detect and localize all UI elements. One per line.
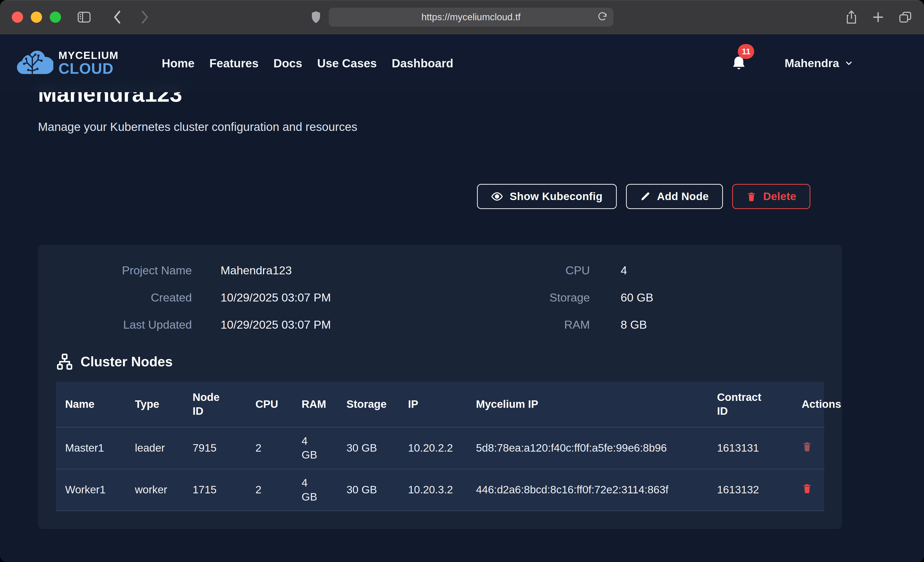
last-updated-value: 10/29/2025 03:07 PM — [192, 318, 462, 332]
project-name-value: Mahendra123 — [192, 264, 462, 277]
col-name: Name — [56, 382, 126, 427]
logo-line1: MYCELIUM — [58, 50, 119, 61]
storage-label: Storage — [462, 291, 590, 304]
site-navbar: MYCELIUM CLOUD Home Features Docs Use Ca… — [0, 34, 924, 92]
storage-value: 60 GB — [590, 291, 824, 304]
reload-icon[interactable] — [597, 12, 608, 22]
node-name: Worker1 — [56, 469, 126, 511]
node-type: leader — [126, 427, 183, 469]
address-bar-area: https://myceliumcloud.tf — [311, 8, 614, 27]
ram-value: 8 GB — [590, 318, 824, 332]
cluster-actions: Show Kubeconfig Add Node Delete — [38, 184, 842, 209]
show-kubeconfig-button[interactable]: Show Kubeconfig — [477, 184, 616, 209]
node-storage: 30 GB — [337, 427, 399, 469]
col-mycelium-ip: Mycelium IP — [467, 382, 708, 427]
nav-item-features[interactable]: Features — [209, 56, 258, 70]
col-actions: Actions — [792, 382, 825, 427]
address-bar[interactable]: https://myceliumcloud.tf — [329, 8, 614, 27]
pencil-icon — [640, 191, 650, 202]
close-window-button[interactable] — [12, 12, 23, 23]
notification-count-badge: 11 — [738, 44, 754, 59]
node-type: worker — [126, 469, 183, 511]
user-menu[interactable]: Mahendra — [784, 57, 854, 70]
trash-icon — [802, 441, 813, 452]
logo-text: MYCELIUM CLOUD — [58, 50, 119, 76]
browser-window: https://myceliumcloud.tf — [0, 0, 924, 562]
logo-line2: CLOUD — [58, 61, 119, 76]
back-button[interactable] — [112, 10, 123, 24]
nav-item-home[interactable]: Home — [162, 56, 195, 70]
delete-node-button[interactable] — [802, 483, 813, 493]
project-name-label: Project Name — [56, 264, 192, 277]
nav-links: Home Features Docs Use Cases Dashboard — [162, 56, 453, 70]
page-subtitle: Manage your Kubernetes cluster configura… — [38, 120, 842, 134]
chevron-down-icon — [844, 59, 854, 68]
mycelium-cloud-logo-icon — [15, 48, 53, 78]
col-ram: RAM — [292, 382, 337, 427]
cluster-nodes-table: Name Type Node ID CPU RAM Storage IP Myc… — [56, 382, 824, 511]
created-label: Created — [56, 291, 192, 304]
node-mycelium-ip: 5d8:78ea:a120:f40c:ff0f:a5fe:99e6:8b96 — [467, 427, 708, 469]
node-contract-id: 1613132 — [708, 469, 792, 511]
privacy-shield-icon[interactable] — [311, 11, 321, 24]
site-page: MYCELIUM CLOUD Home Features Docs Use Ca… — [0, 34, 924, 562]
col-ip: IP — [399, 382, 467, 427]
node-actions — [792, 469, 825, 511]
browser-toolbar: https://myceliumcloud.tf — [0, 0, 924, 34]
table-header-row: Name Type Node ID CPU RAM Storage IP Myc… — [56, 382, 825, 427]
table-row: Worker1 worker 1715 2 4 GB 30 GB 10.20.3… — [56, 469, 825, 511]
table-row: Master1 leader 7915 2 4 GB 30 GB 10.20.2… — [56, 427, 825, 469]
delete-node-button[interactable] — [802, 441, 813, 452]
notifications-button[interactable]: 11 — [731, 55, 747, 71]
col-contract-id: Contract ID — [708, 382, 792, 427]
node-cpu: 2 — [246, 469, 292, 511]
col-node-id: Node ID — [183, 382, 246, 427]
col-cpu: CPU — [246, 382, 292, 427]
sidebar-toggle-icon[interactable] — [78, 12, 91, 23]
node-storage: 30 GB — [337, 469, 399, 511]
nav-item-dashboard[interactable]: Dashboard — [392, 56, 453, 70]
node-ip: 10.20.2.2 — [399, 427, 467, 469]
add-node-button[interactable]: Add Node — [626, 184, 723, 209]
ram-label: RAM — [462, 318, 590, 332]
network-icon — [56, 353, 74, 371]
main-content: Mahendra123 Manage your Kubernetes clust… — [0, 34, 924, 529]
col-storage: Storage — [337, 382, 399, 427]
node-ip: 10.20.3.2 — [399, 469, 467, 511]
forward-button[interactable] — [140, 10, 150, 24]
zoom-window-button[interactable] — [50, 12, 61, 23]
share-icon[interactable] — [846, 10, 857, 24]
node-cpu: 2 — [246, 427, 292, 469]
node-name: Master1 — [56, 427, 126, 469]
cluster-nodes-heading: Cluster Nodes — [56, 353, 824, 371]
eye-icon — [491, 191, 503, 202]
cpu-label: CPU — [462, 264, 590, 277]
last-updated-label: Last Updated — [56, 318, 192, 332]
minimize-window-button[interactable] — [31, 12, 42, 23]
nav-item-use-cases[interactable]: Use Cases — [317, 56, 377, 70]
cpu-value: 4 — [590, 264, 824, 277]
nav-item-docs[interactable]: Docs — [273, 56, 302, 70]
node-id: 7915 — [183, 427, 246, 469]
created-value: 10/29/2025 03:07 PM — [192, 291, 462, 304]
node-mycelium-ip: 446:d2a6:8bcd:8c16:ff0f:72e2:3114:863f — [467, 469, 708, 511]
site-logo[interactable]: MYCELIUM CLOUD — [15, 48, 119, 78]
node-ram: 4 GB — [292, 427, 337, 469]
new-tab-icon[interactable] — [872, 11, 884, 23]
cluster-detail-card: Project Name Mahendra123 CPU 4 Created 1… — [38, 245, 842, 529]
traffic-lights — [12, 12, 61, 23]
node-actions — [792, 427, 825, 469]
toolbar-right-icons — [846, 10, 912, 24]
delete-cluster-button[interactable]: Delete — [732, 184, 810, 209]
trash-icon — [746, 191, 756, 202]
node-id: 1715 — [183, 469, 246, 511]
project-info-grid: Project Name Mahendra123 CPU 4 Created 1… — [56, 264, 824, 332]
user-name: Mahendra — [784, 57, 839, 70]
tab-overview-icon[interactable] — [899, 11, 912, 23]
node-contract-id: 1613131 — [708, 427, 792, 469]
node-ram: 4 GB — [292, 469, 337, 511]
nav-right: 11 Mahendra — [731, 55, 854, 71]
col-type: Type — [126, 382, 183, 427]
trash-icon — [802, 483, 813, 493]
url-text: https://myceliumcloud.tf — [422, 12, 520, 22]
